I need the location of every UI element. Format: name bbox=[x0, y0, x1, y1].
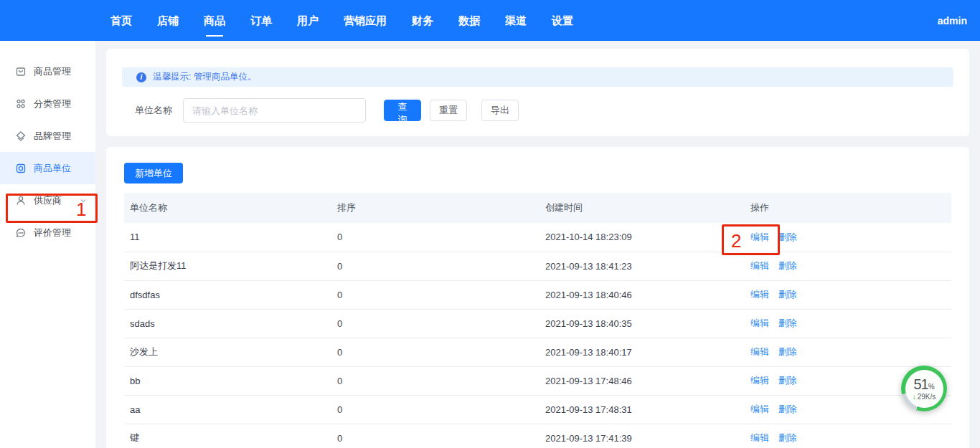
table-row: 键 0 2021-09-13 17:41:39 编辑 删除 bbox=[124, 424, 951, 448]
sidebar-item-label: 商品单位 bbox=[34, 162, 71, 175]
column-header-created: 创建时间 bbox=[540, 193, 745, 223]
download-speed-badge[interactable]: 51% ↓ 29K/s bbox=[901, 366, 947, 411]
column-header-actions: 操作 bbox=[745, 193, 951, 223]
table-row: bb 0 2021-09-13 17:48:46 编辑 删除 bbox=[124, 366, 951, 395]
search-form: 单位名称 查询 重置 导出 bbox=[122, 98, 953, 123]
reset-button[interactable]: 重置 bbox=[430, 100, 467, 121]
edit-link[interactable]: 编辑 bbox=[750, 346, 769, 357]
nav-item-finance[interactable]: 财务 bbox=[410, 0, 435, 41]
edit-link[interactable]: 编辑 bbox=[750, 289, 769, 300]
cell-created: 2021-09-13 17:41:39 bbox=[540, 424, 745, 448]
cell-unit-name: sdads bbox=[124, 309, 331, 338]
current-user[interactable]: admin bbox=[938, 15, 967, 27]
cell-sort: 0 bbox=[331, 223, 540, 252]
brand-icon bbox=[15, 130, 27, 142]
nav-item-data[interactable]: 数据 bbox=[457, 0, 481, 41]
table-row: 沙发上 0 2021-09-13 18:40:17 编辑 删除 bbox=[124, 338, 951, 366]
review-icon bbox=[15, 227, 27, 239]
nav-item-shop[interactable]: 店铺 bbox=[156, 0, 180, 41]
cell-sort: 0 bbox=[331, 395, 540, 424]
tip-bar: i 温馨提示: 管理商品单位。 bbox=[122, 67, 953, 87]
nav-item-marketing[interactable]: 营销应用 bbox=[342, 0, 388, 41]
edit-link[interactable]: 编辑 bbox=[750, 375, 769, 386]
table-row: sdads 0 2021-09-13 18:40:35 编辑 删除 bbox=[124, 309, 951, 338]
cell-actions: 编辑 删除 bbox=[745, 252, 951, 280]
edit-link[interactable]: 编辑 bbox=[750, 432, 769, 443]
speed-badge-inner: 51% ↓ 29K/s bbox=[905, 370, 943, 408]
cell-unit-name: aa bbox=[124, 395, 331, 424]
delete-link[interactable]: 删除 bbox=[778, 346, 797, 357]
cell-unit-name: dfsdfas bbox=[124, 280, 331, 309]
sidebar-item-label: 分类管理 bbox=[34, 97, 71, 110]
delete-link[interactable]: 删除 bbox=[778, 260, 797, 271]
sidebar-item-label: 品牌管理 bbox=[34, 130, 71, 143]
edit-link[interactable]: 编辑 bbox=[750, 404, 769, 414]
info-icon: i bbox=[136, 72, 146, 82]
sidebar-item-label: 商品管理 bbox=[34, 65, 71, 78]
delete-link[interactable]: 删除 bbox=[778, 318, 797, 328]
query-button[interactable]: 查询 bbox=[384, 100, 421, 121]
table-header-row: 单位名称 排序 创建时间 操作 bbox=[124, 193, 951, 223]
cell-created: 2021-09-13 18:40:17 bbox=[540, 338, 745, 366]
cell-unit-name: bb bbox=[124, 366, 331, 395]
sidebar: 商品管理 分类管理 品牌管理 商品单位 bbox=[0, 41, 95, 448]
cell-sort: 0 bbox=[331, 280, 540, 309]
delete-link[interactable]: 删除 bbox=[778, 232, 797, 242]
cell-actions: 编辑 删除 bbox=[745, 280, 951, 309]
nav-item-users[interactable]: 用户 bbox=[296, 0, 320, 41]
sidebar-item-brand-management[interactable]: 品牌管理 bbox=[0, 120, 95, 152]
unit-name-input[interactable] bbox=[183, 98, 366, 123]
search-panel: i 温馨提示: 管理商品单位。 单位名称 查询 重置 导出 bbox=[106, 49, 969, 136]
nav-item-channel[interactable]: 渠道 bbox=[504, 0, 528, 41]
cell-actions: 编辑 删除 bbox=[745, 338, 951, 366]
annotation-box-step2: 2 bbox=[722, 224, 780, 255]
table-row: 阿达是打发11 0 2021-09-13 18:41:23 编辑 删除 bbox=[124, 252, 951, 280]
unit-table-body: 11 0 2021-10-14 18:23:09 编辑 删除 阿达是打发11 0… bbox=[124, 223, 951, 448]
table-row: dfsdfas 0 2021-09-13 18:40:46 编辑 删除 bbox=[124, 280, 951, 309]
nav-item-orders[interactable]: 订单 bbox=[249, 0, 273, 41]
cell-actions: 编辑 删除 bbox=[745, 424, 951, 448]
sidebar-item-goods-unit[interactable]: 商品单位 bbox=[0, 152, 95, 184]
sidebar-item-category-management[interactable]: 分类管理 bbox=[0, 87, 95, 120]
cell-unit-name: 11 bbox=[124, 223, 331, 252]
add-unit-button[interactable]: 新增单位 bbox=[124, 163, 183, 184]
table-row: 11 0 2021-10-14 18:23:09 编辑 删除 bbox=[124, 223, 951, 252]
cell-created: 2021-09-13 17:48:31 bbox=[540, 395, 745, 424]
annotation-number-1: 1 bbox=[76, 200, 86, 219]
main-nav: 首页 店铺 商品 订单 用户 营销应用 财务 数据 渠道 设置 bbox=[109, 0, 597, 41]
cell-created: 2021-09-13 18:40:46 bbox=[540, 280, 745, 309]
cell-unit-name: 阿达是打发11 bbox=[124, 252, 331, 280]
badge-percent: 51 bbox=[913, 376, 928, 392]
cell-created: 2021-09-13 18:40:35 bbox=[540, 309, 745, 338]
annotation-box-step1: 1 bbox=[6, 194, 98, 223]
cell-created: 2021-10-14 18:23:09 bbox=[540, 223, 745, 252]
edit-link[interactable]: 编辑 bbox=[750, 260, 769, 271]
nav-item-home[interactable]: 首页 bbox=[109, 0, 133, 41]
unit-list-panel: 新增单位 单位名称 排序 创建时间 操作 11 0 2021-10-14 18:… bbox=[106, 147, 969, 448]
delete-link[interactable]: 删除 bbox=[778, 404, 797, 414]
table-row: aa 0 2021-09-13 17:48:31 编辑 删除 bbox=[124, 395, 951, 424]
download-arrow-icon: ↓ bbox=[913, 393, 916, 401]
badge-speed: 29K/s bbox=[918, 393, 936, 401]
cell-sort: 0 bbox=[331, 424, 540, 448]
annotation-number-2: 2 bbox=[731, 232, 741, 250]
category-icon bbox=[15, 98, 27, 110]
cell-sort: 0 bbox=[331, 252, 540, 280]
export-button[interactable]: 导出 bbox=[481, 100, 519, 121]
delete-link[interactable]: 删除 bbox=[778, 375, 797, 386]
delete-link[interactable]: 删除 bbox=[778, 289, 797, 300]
cell-sort: 0 bbox=[331, 338, 540, 366]
top-navbar: 首页 店铺 商品 订单 用户 营销应用 财务 数据 渠道 设置 admin bbox=[0, 0, 980, 41]
nav-item-goods[interactable]: 商品 bbox=[202, 0, 227, 41]
edit-link[interactable]: 编辑 bbox=[750, 318, 769, 328]
unit-table: 单位名称 排序 创建时间 操作 11 0 2021-10-14 18:23:09… bbox=[124, 193, 951, 448]
cell-actions: 编辑 删除 bbox=[745, 309, 951, 338]
nav-item-settings[interactable]: 设置 bbox=[550, 0, 575, 41]
column-header-unit-name: 单位名称 bbox=[124, 193, 331, 223]
cell-unit-name: 键 bbox=[124, 424, 331, 448]
cell-sort: 0 bbox=[331, 309, 540, 338]
sidebar-item-goods-management[interactable]: 商品管理 bbox=[0, 55, 95, 87]
delete-link[interactable]: 删除 bbox=[778, 432, 797, 443]
badge-percent-sign: % bbox=[928, 383, 935, 391]
goods-icon bbox=[15, 66, 27, 77]
